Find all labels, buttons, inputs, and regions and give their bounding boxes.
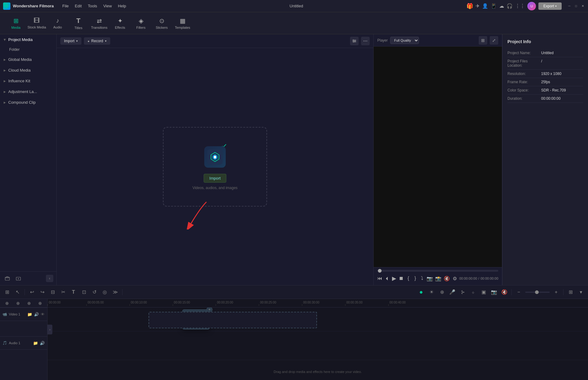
tl-green-circle-button[interactable]: ●: [417, 288, 426, 297]
tool-stickers[interactable]: ⊙ Stickers: [152, 13, 172, 33]
menu-file[interactable]: File: [62, 4, 69, 8]
tl-layout-button[interactable]: ⊞: [566, 288, 575, 297]
tl-text-button[interactable]: T: [69, 288, 78, 297]
close-button[interactable]: ✕: [581, 4, 585, 8]
mark-in-button[interactable]: {: [406, 274, 410, 283]
import-label: Import: [64, 39, 74, 43]
track-collapse-button[interactable]: ›: [47, 325, 52, 334]
sidebar-item-cloud-media[interactable]: ▶ Cloud Media: [0, 65, 56, 76]
tl-more-button[interactable]: ≫: [111, 288, 120, 297]
add-track4-button[interactable]: ⊕: [36, 299, 45, 308]
add-track2-button[interactable]: ⊕: [13, 299, 23, 308]
sidebar-item-adjustment-layer[interactable]: ▶ Adjustment La...: [0, 86, 56, 97]
video-volume-icon[interactable]: 🔊: [34, 312, 39, 317]
insert-button[interactable]: ⤵: [420, 274, 424, 283]
zoom-out-button[interactable]: −: [514, 288, 523, 297]
audio-volume-icon[interactable]: 🔊: [40, 341, 45, 345]
tl-shield-button[interactable]: ⊕: [437, 288, 447, 297]
grid-icon[interactable]: ⋮⋮: [515, 3, 525, 9]
tool-templates[interactable]: ▦ Templates: [173, 13, 192, 33]
maximize-button[interactable]: □: [574, 4, 578, 8]
info-label-duration: Duration:: [507, 96, 541, 101]
menu-view[interactable]: View: [103, 4, 112, 8]
sidebar-item-compound-clip[interactable]: ▶ Compound Clip: [0, 97, 56, 108]
add-item-button[interactable]: [14, 274, 23, 283]
video-folder-icon[interactable]: 📁: [27, 312, 32, 317]
tool-media[interactable]: ⊞ Media: [6, 13, 26, 33]
menu-edit[interactable]: Edit: [75, 4, 81, 8]
record-button[interactable]: ● Record ▾: [84, 37, 110, 45]
phone-icon[interactable]: 📱: [491, 3, 497, 9]
camera-button[interactable]: 📸: [435, 274, 441, 283]
sidebar-collapse-button[interactable]: ‹: [46, 275, 53, 282]
titlebar: Wondershare Filmora File Edit Tools View…: [0, 0, 588, 12]
frame-back-button[interactable]: ⏴: [385, 274, 390, 283]
video-eye-icon[interactable]: 👁: [41, 312, 45, 317]
tl-redo-button[interactable]: ↪: [38, 288, 47, 297]
tl-select-button[interactable]: ⊞: [2, 288, 12, 297]
clip-dropzone[interactable]: [149, 312, 317, 328]
zoom-slider[interactable]: [525, 292, 550, 293]
add-track3-button[interactable]: ⊕: [24, 299, 34, 308]
mark-out-button[interactable]: }: [413, 274, 417, 283]
sidebar-item-folder[interactable]: Folder: [0, 45, 56, 54]
user-avatar[interactable]: U: [527, 2, 536, 10]
tool-effects[interactable]: ✦ Effects: [110, 13, 130, 33]
tl-mic-button[interactable]: 🎤: [448, 288, 457, 297]
tl-sun-button[interactable]: ☀: [427, 288, 436, 297]
add-track-button[interactable]: ⊕: [2, 299, 12, 308]
timeline-spacer-row: [47, 331, 588, 347]
zoom-thumb: [535, 290, 539, 294]
tool-stock-media-label: Stock Media: [28, 25, 46, 29]
tool-stock-media[interactable]: 🎞 Stock Media: [27, 13, 47, 33]
tl-mute-button[interactable]: 🔇: [500, 288, 509, 297]
minimize-button[interactable]: ─: [567, 4, 571, 8]
tl-cut-button[interactable]: ✂: [58, 288, 68, 297]
tl-screen-button[interactable]: ▣: [479, 288, 488, 297]
timeline-clips-area[interactable]: 🖼 + Drag and drop media and effects here…: [47, 307, 588, 380]
account-icon[interactable]: 👤: [482, 3, 488, 9]
import-button[interactable]: Import ▾: [60, 37, 81, 45]
tool-transitions[interactable]: ⇄ Transitions: [89, 13, 109, 33]
step-back-button[interactable]: ⏮: [377, 274, 382, 283]
tl-pointer-button[interactable]: ↖: [13, 288, 22, 297]
share-icon[interactable]: ✈: [476, 3, 480, 9]
tl-camera-button[interactable]: 📷: [489, 288, 499, 297]
zoom-in-button[interactable]: +: [552, 288, 561, 297]
menu-tools[interactable]: Tools: [88, 4, 97, 8]
tl-undo-button[interactable]: ↩: [27, 288, 36, 297]
tool-audio[interactable]: ♪ Audio: [48, 13, 67, 33]
gift-icon[interactable]: 🎁: [466, 3, 473, 9]
headset-icon[interactable]: 🎧: [507, 3, 513, 9]
cloud-icon[interactable]: ☁: [499, 3, 504, 9]
tl-settings-button[interactable]: ▾: [576, 288, 586, 297]
more-options-button[interactable]: ⋯: [361, 37, 370, 45]
quality-select[interactable]: Full Quality1/2 Quality1/4 Quality: [390, 37, 419, 44]
stop-button[interactable]: ⏹: [399, 274, 404, 283]
export-button[interactable]: Media Export ▾: [538, 2, 562, 10]
filter-icon[interactable]: [350, 37, 359, 45]
add-folder-button[interactable]: [3, 274, 12, 283]
audio-mute-button[interactable]: 🔇: [444, 274, 450, 283]
tl-color-button[interactable]: ◎: [100, 288, 109, 297]
tl-keyframe-button[interactable]: ⬦: [469, 288, 478, 297]
settings-button[interactable]: ⚙: [452, 274, 457, 283]
screen-capture-button[interactable]: 📷: [427, 274, 433, 283]
audio-folder-icon[interactable]: 📁: [33, 341, 38, 345]
play-button[interactable]: ▶: [392, 274, 396, 283]
tl-motion-button[interactable]: ↺: [90, 288, 99, 297]
tl-trim-button[interactable]: ⊱: [458, 288, 467, 297]
tool-titles[interactable]: T Titles: [69, 13, 88, 33]
grid-view-button[interactable]: ⊞: [479, 36, 487, 45]
expand-view-button[interactable]: ⤢: [490, 36, 498, 45]
tool-filters[interactable]: ◈ Filters: [131, 13, 151, 33]
menu-help[interactable]: Help: [118, 4, 126, 8]
sidebar-item-project-media[interactable]: ▶ Project Media: [0, 34, 56, 45]
tl-crop-button[interactable]: ⊡: [79, 288, 89, 297]
tl-delete-button[interactable]: ⊟: [48, 288, 57, 297]
import-dropzone[interactable]: ↙ Import Videos, audios, and images: [163, 127, 267, 207]
import-media-button[interactable]: Import: [204, 174, 227, 183]
sidebar-item-influence-kit[interactable]: ▶ Influence Kit: [0, 76, 56, 86]
progress-bar[interactable]: [377, 270, 498, 272]
sidebar-item-global-media[interactable]: ▶ Global Media: [0, 54, 56, 65]
